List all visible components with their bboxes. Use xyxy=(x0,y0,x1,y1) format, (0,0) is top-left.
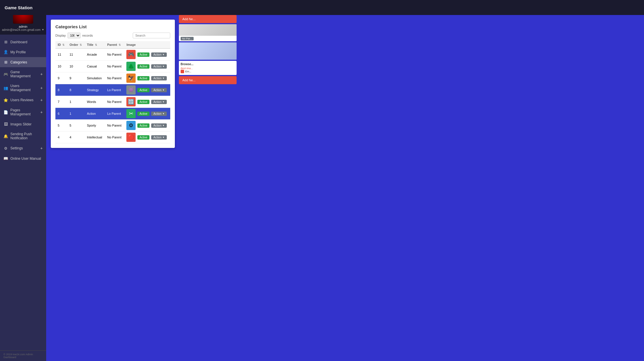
cell-parent: No Parent xyxy=(105,120,124,131)
cell-order: 10 xyxy=(67,61,85,72)
col-order[interactable]: Order ⇅ xyxy=(67,41,85,48)
cell-order: 4 xyxy=(67,131,85,143)
checkbox-icon[interactable] xyxy=(181,70,184,73)
cell-parent: No Parent xyxy=(105,72,124,84)
table-row: 11 11 Arcade No Parent 🎮 Active Action ▼ xyxy=(55,48,170,61)
email-label: Em... xyxy=(185,70,191,73)
sidebar-item-label: Categories xyxy=(10,60,27,64)
panel-title: Categories List xyxy=(55,24,170,29)
sidebar-item-label: Images Slider xyxy=(10,122,31,126)
status-badge: Active xyxy=(137,135,149,140)
sidebar-item-categories[interactable]: ⊞ Categories xyxy=(0,57,46,67)
cell-id: 11 xyxy=(55,48,67,61)
col-id[interactable]: ID ⇅ xyxy=(55,41,67,48)
table-row: 8 8 Strategy Lo Parent 👾 Active Action ▼ xyxy=(55,84,170,96)
action-button[interactable]: Action ▼ xyxy=(151,76,167,80)
status-badge: Active xyxy=(137,112,149,116)
add-new-button-2[interactable]: Add Ne... xyxy=(179,76,237,84)
sidebar-item-label: Users Reviews xyxy=(10,98,33,102)
table-row: 9 9 Simulation No Parent 🦅 Active Action… xyxy=(55,72,170,84)
cell-order: 5 xyxy=(67,120,85,131)
chevron-down-icon[interactable]: ▼ xyxy=(42,28,44,31)
action-button[interactable]: Action ▼ xyxy=(151,100,167,104)
action-button[interactable]: Action ▼ xyxy=(151,112,167,116)
status-badge: Active xyxy=(137,100,149,104)
no-parent-badge: No Par... xyxy=(181,37,194,40)
users-management-icon: 👥 xyxy=(3,86,8,90)
email-check-row: Em... xyxy=(181,70,235,73)
col-title[interactable]: Title ⇅ xyxy=(85,41,105,48)
sidebar-item-pages-management[interactable]: 📄 Pages Management + xyxy=(0,105,46,119)
sidebar-item-label: Game Management xyxy=(10,70,38,78)
categories-table: ID ⇅ Order ⇅ Title ⇅ Parent ⇅ Image 11 xyxy=(55,41,170,143)
cell-title: Sporty xyxy=(85,120,105,131)
sidebar-item-dashboard[interactable]: ⊞ Dashboard xyxy=(0,37,46,47)
cell-parent: No Parent xyxy=(105,131,124,143)
card-image-2 xyxy=(179,42,237,60)
card-body: No Par... xyxy=(179,36,237,41)
categories-panel: Categories List Display 100 50 25 record… xyxy=(51,20,175,148)
card-image xyxy=(179,24,237,36)
main-content: Categories List Display 100 50 25 record… xyxy=(46,15,644,153)
cell-order: 1 xyxy=(67,108,85,120)
display-label: Display xyxy=(55,34,66,37)
caret-icon: ▼ xyxy=(162,77,165,80)
admin-email-row: admin@inw24.com.gmail.com ▼ xyxy=(2,28,44,31)
sidebar-item-images-slider[interactable]: 🖼 Images Slider xyxy=(0,119,46,129)
col-parent[interactable]: Parent ⇅ xyxy=(105,41,124,48)
sidebar-item-label: Sending Push Notification xyxy=(10,132,43,140)
plus-icon: + xyxy=(40,110,43,114)
search-input[interactable] xyxy=(133,33,170,38)
sidebar-item-settings[interactable]: ⚙ Settings + xyxy=(0,143,46,153)
sidebar-item-my-profile[interactable]: 👤 My Profile xyxy=(0,47,46,57)
sort-icon: ⇅ xyxy=(119,44,121,46)
action-button[interactable]: Action ▼ xyxy=(151,135,167,140)
cell-parent: No Parent xyxy=(105,96,124,108)
table-header-row: ID ⇅ Order ⇅ Title ⇅ Parent ⇅ Image xyxy=(55,41,170,48)
cell-order: 1 xyxy=(67,96,85,108)
cell-image: ✂ Active Action ▼ xyxy=(124,108,170,120)
browse-card: Browse... Best ima... Em... xyxy=(179,61,237,75)
sidebar-item-label: My Profile xyxy=(10,50,26,54)
cell-image: 🔡 Active Action ▼ xyxy=(124,96,170,108)
cell-parent: No Parent xyxy=(105,61,124,72)
caret-icon: ▼ xyxy=(162,112,165,115)
category-image: 🔴 xyxy=(126,133,136,142)
sidebar-item-label: Online User Manual xyxy=(10,157,41,161)
caret-icon: ▼ xyxy=(162,124,165,127)
cell-id: 7 xyxy=(55,96,67,108)
cell-id: 9 xyxy=(55,72,67,84)
cell-id: 5 xyxy=(55,120,67,131)
sidebar-item-online-user-manual[interactable]: 📖 Online User Manual xyxy=(0,153,46,163)
display-select[interactable]: 100 50 25 xyxy=(68,33,80,38)
caret-icon: ▼ xyxy=(162,89,165,91)
action-button[interactable]: Action ▼ xyxy=(151,52,167,57)
right-card-2 xyxy=(179,42,237,60)
sidebar-item-label: Pages Management xyxy=(10,108,38,116)
pages-management-icon: 📄 xyxy=(3,110,8,114)
caret-icon: ▼ xyxy=(162,101,165,103)
action-button[interactable]: Action ▼ xyxy=(151,64,167,69)
sidebar-item-game-management[interactable]: 🎮 Game Management + xyxy=(0,67,46,81)
top-bar: Game Station xyxy=(0,0,644,15)
right-panel: Add Ne... No Par... Browse... Best ima..… xyxy=(179,15,237,84)
table-row: 4 4 Intellectual No Parent 🔴 Active Acti… xyxy=(55,131,170,143)
sidebar-item-label: Dashboard xyxy=(10,40,27,44)
cell-id: 8 xyxy=(55,84,67,96)
category-image: ⚙ xyxy=(126,121,136,130)
cell-parent: Lo Parent xyxy=(105,108,124,120)
action-button[interactable]: Action ▼ xyxy=(151,123,167,128)
sidebar-item-users-management[interactable]: 👥 Users Management + xyxy=(0,81,46,95)
online-manual-icon: 📖 xyxy=(3,156,8,161)
sidebar-item-sending-push-notification[interactable]: 🔔 Sending Push Notification xyxy=(0,129,46,143)
cell-image: 🔴 Active Action ▼ xyxy=(124,131,170,143)
sidebar-nav: ⊞ Dashboard 👤 My Profile ⊞ Categories 🎮 … xyxy=(0,35,46,350)
settings-icon: ⚙ xyxy=(3,146,8,151)
action-button[interactable]: Action ▼ xyxy=(151,88,167,92)
sidebar-item-label: Users Management xyxy=(10,84,38,92)
sidebar-item-users-reviews[interactable]: ⭐ Users Reviews + xyxy=(0,95,46,105)
add-new-button[interactable]: Add Ne... xyxy=(179,15,237,23)
right-card-1: No Par... xyxy=(179,24,237,41)
cell-image: 🎮 Active Action ▼ xyxy=(124,48,170,61)
status-badge: Active xyxy=(137,76,149,80)
